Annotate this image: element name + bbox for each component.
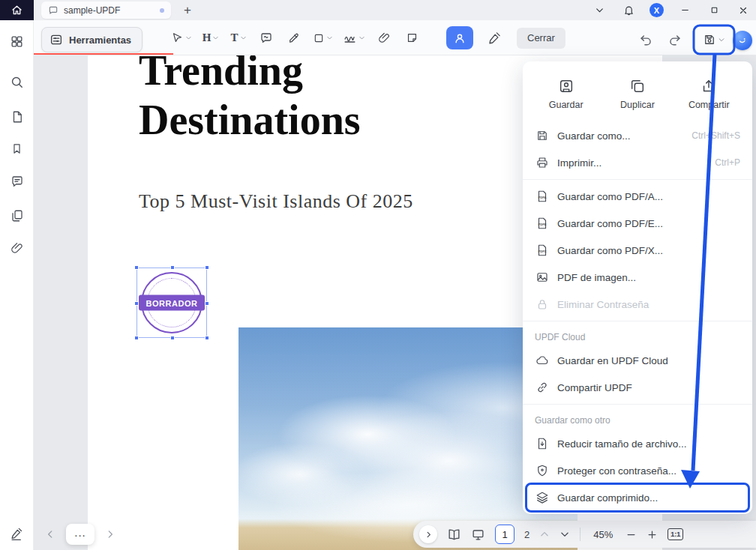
signature-field-tool-button[interactable] — [340, 27, 368, 49]
divider — [580, 528, 580, 541]
resize-handle[interactable] — [170, 265, 175, 270]
collapse-toolbar-chevron-icon[interactable] — [591, 0, 608, 20]
marker-pen-icon — [287, 31, 301, 45]
menu-quick-actions: Guardar Duplicar Compartir — [523, 67, 752, 122]
resize-handle[interactable] — [205, 301, 209, 306]
left-sidebar — [0, 20, 34, 550]
attachment-tool-button[interactable] — [373, 27, 395, 49]
home-button[interactable] — [0, 0, 34, 20]
square-icon — [313, 32, 325, 44]
sticker-tool-button[interactable] — [400, 27, 423, 49]
menu-section-guardar-como-otro: Guardar como otro — [523, 408, 752, 430]
progress-red-line — [34, 53, 173, 55]
maximize-button[interactable] — [706, 0, 722, 20]
main-toolbar: Herramientas H T — [34, 20, 756, 55]
stamp-selection-box[interactable]: BORRADOR — [136, 268, 207, 338]
menu-item-guardar-comprimido[interactable]: Guardar comprimido... — [523, 484, 752, 511]
bookmark-icon[interactable] — [8, 140, 26, 157]
comment-tool-button[interactable] — [255, 27, 278, 49]
chevron-down-icon — [185, 34, 192, 41]
shield-lock-icon — [535, 464, 549, 478]
close-button[interactable] — [735, 0, 752, 20]
menu-item-pdfa[interactable]: PDFA Guardar como PDF/A... — [523, 183, 752, 210]
menu-item-pdfe[interactable]: PDFE Guardar como PDF/E... — [523, 210, 752, 237]
reading-mode-icon[interactable] — [447, 528, 461, 542]
menu-item-reducir-tamano[interactable]: Reducir tamaño de archivo... — [523, 430, 752, 457]
document-tab[interactable]: sample-UPDF — [41, 1, 171, 19]
next-page-chevron-icon[interactable] — [101, 525, 119, 543]
page-up-chevron-icon[interactable] — [539, 529, 550, 540]
user-avatar[interactable]: X — [650, 3, 664, 17]
select-tool-button[interactable] — [169, 27, 194, 49]
annotations-icon[interactable] — [8, 172, 26, 190]
unsaved-indicator-dot — [160, 8, 164, 13]
new-tab-button[interactable]: + — [178, 0, 196, 20]
pdfe-file-icon: PDFE — [535, 217, 549, 231]
zoom-level[interactable]: 45% — [590, 529, 616, 540]
search-icon[interactable] — [8, 73, 26, 91]
quick-action-compartir[interactable]: Compartir — [676, 72, 742, 116]
title-bar: sample-UPDF + X — [0, 0, 756, 20]
pdfa-file-icon: PDFA — [535, 190, 549, 204]
heading-tool-button[interactable]: H — [200, 27, 222, 49]
ai-swirl-icon — [736, 34, 748, 46]
undo-button[interactable] — [634, 28, 657, 51]
attachments-paperclip-icon[interactable] — [8, 239, 26, 256]
tab-title: sample-UPDF — [64, 5, 154, 16]
current-page-input[interactable]: 1 — [495, 525, 514, 544]
panel-grid-icon[interactable] — [8, 33, 26, 50]
zoom-out-button[interactable] — [626, 529, 637, 540]
prev-page-chevron-icon[interactable] — [41, 525, 59, 543]
comment-icon — [48, 5, 58, 16]
lock-icon — [535, 297, 549, 312]
share-icon — [700, 78, 717, 94]
duplicate-icon — [629, 78, 646, 94]
menu-item-imprimir[interactable]: Imprimir... Ctrl+P — [523, 149, 752, 176]
zoom-in-button[interactable] — [646, 529, 658, 540]
chevron-down-icon — [358, 34, 365, 41]
resize-handle[interactable] — [170, 336, 175, 340]
comment-bubble-icon — [260, 31, 273, 45]
menu-item-pdf-imagen[interactable]: PDF de imagen... — [523, 264, 752, 291]
more-pages-button[interactable]: ... — [66, 524, 94, 545]
expand-toolbar-button[interactable] — [419, 525, 437, 543]
menu-item-proteger-contrasena[interactable]: Proteger con contraseña... — [523, 457, 752, 484]
stylus-pen-icon[interactable] — [8, 525, 26, 543]
pen-tool-button[interactable] — [283, 27, 305, 49]
text-tool-button[interactable]: T — [227, 27, 250, 49]
herramientas-button[interactable]: Herramientas — [41, 27, 142, 52]
fill-sign-tool-button[interactable] — [483, 27, 506, 49]
draft-stamp[interactable]: BORRADOR — [141, 272, 202, 333]
resize-handle[interactable] — [134, 265, 139, 270]
menu-item-guardar-updf-cloud[interactable]: Guardar en UPDF Cloud — [523, 347, 752, 374]
menu-item-pdfx[interactable]: PDFX Guardar como PDF/X... — [523, 237, 752, 264]
minimize-button[interactable] — [676, 0, 693, 20]
resize-handle[interactable] — [205, 265, 209, 270]
menu-separator — [523, 321, 752, 321]
menu-item-compartir-updf[interactable]: Compartir UPDF — [523, 374, 752, 401]
presentation-mode-icon[interactable] — [471, 528, 485, 542]
resize-handle[interactable] — [134, 336, 139, 340]
stamp-tool-button-active[interactable] — [446, 26, 473, 49]
tool-row: H T — [169, 20, 566, 55]
resize-handle[interactable] — [134, 301, 139, 306]
resize-handle[interactable] — [205, 336, 209, 340]
redo-button[interactable] — [663, 28, 686, 51]
actual-size-button[interactable]: 1:1 — [668, 528, 683, 540]
quick-action-duplicar[interactable]: Duplicar — [604, 72, 670, 116]
save-dropdown-button[interactable] — [696, 28, 732, 52]
signature-icon — [343, 31, 357, 45]
pages-copy-icon[interactable] — [8, 207, 26, 224]
cerrar-button[interactable]: Cerrar — [517, 28, 566, 49]
notifications-bell-icon[interactable] — [620, 0, 637, 20]
shape-tool-button[interactable] — [310, 27, 335, 49]
chevron-down-icon — [718, 36, 725, 43]
page-down-chevron-icon[interactable] — [560, 529, 570, 540]
menu-item-guardar-como[interactable]: Guardar como... Ctrl+Shift+S — [523, 122, 752, 149]
quick-action-guardar[interactable]: Guardar — [533, 72, 599, 116]
document-subtitle: Top 5 Must-Visit Islands Of 2025 — [139, 190, 413, 213]
svg-text:PDFX: PDFX — [538, 250, 546, 253]
menu-item-eliminar-contrasena: Eliminar Contraseña — [523, 291, 752, 318]
ai-assistant-button[interactable] — [733, 31, 752, 50]
page-thumbnails-icon[interactable] — [8, 108, 26, 125]
